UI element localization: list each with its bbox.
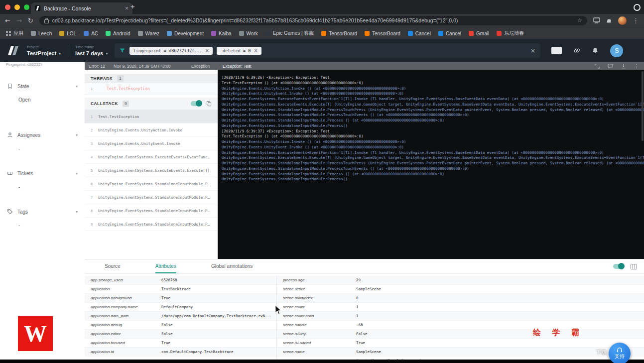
bookmark-item[interactable]: Epic Games | 客服 [265, 30, 314, 37]
callstack-frame[interactable]: 2 UnityEngine.Events.UnityAction.Invoke [85, 123, 218, 137]
state-header[interactable]: State ▾ [0, 83, 85, 89]
bookmark-item[interactable]: TensorBoard [321, 31, 357, 36]
attribute-row[interactable]: scene.active SampleScene [277, 285, 644, 294]
view-card-icon[interactable] [551, 47, 562, 54]
user-avatar[interactable]: S [610, 44, 623, 57]
log-panel[interactable]: [2020/11/9 6:39:26] <Exception>: Excepti… [218, 70, 644, 259]
url-bar[interactable]: cd03.sp.backtrace.io/p/TestProject/debug… [39, 16, 587, 25]
thread-row[interactable]: 1 Test.TestException [85, 83, 218, 95]
bookmark-item[interactable]: AC [84, 31, 98, 36]
project-selector[interactable]: Project TestProject ▾ [27, 45, 61, 56]
assignees-header[interactable]: Assignees ▾ [0, 132, 85, 138]
detail-tab[interactable]: Global annotations [211, 259, 253, 273]
attribute-row[interactable]: application.data_path /data/app/com.Defa… [85, 312, 276, 321]
close-window-button[interactable] [5, 4, 10, 10]
callstack-toggle[interactable] [191, 101, 202, 106]
attribute-row[interactable]: scene.isLoaded True [277, 339, 644, 348]
url-text[interactable]: cd03.sp.backtrace.io/p/TestProject/debug… [52, 17, 574, 23]
detail-tab[interactable]: Attributes [155, 259, 176, 273]
media-control-icon[interactable] [634, 4, 641, 11]
chip-remove-icon[interactable]: × [254, 48, 258, 53]
attributes-toggle[interactable] [613, 264, 624, 269]
timeframe-selector[interactable]: Time frame last 7 days ▾ [75, 45, 108, 56]
bookmark-item[interactable]: Cancel [438, 31, 461, 36]
callstack-frame[interactable]: 9 UnityEngine.EventSystems.StandaloneInp… [85, 218, 218, 231]
back-icon[interactable]: ← [5, 17, 10, 24]
lock-icon[interactable] [44, 19, 49, 23]
bookmark-item[interactable]: Development [167, 31, 204, 36]
bookmark-star-icon[interactable]: ☆ [577, 17, 582, 24]
callstack-frame[interactable]: 4 UnityEngine.EventSystems.ExecuteEvents… [85, 150, 218, 164]
new-tab-button[interactable]: + [130, 2, 135, 10]
expand-icon[interactable] [595, 64, 600, 69]
bookmark-item[interactable]: LOL [59, 31, 76, 36]
attribute-row[interactable]: scene.name SampleScene [277, 348, 644, 357]
filter-bar[interactable]: fingerprint = d86232f32f... × _deleted =… [115, 43, 540, 58]
kebab-menu-icon[interactable]: ⋮ [634, 63, 639, 69]
reload-icon[interactable]: ↻ [28, 17, 33, 24]
callstack-frame[interactable]: 5 UnityEngine.EventSystems.ExecuteEvents… [85, 164, 218, 177]
comment-icon[interactable] [608, 64, 613, 69]
backtrace-logo-icon[interactable] [7, 44, 20, 57]
attribute-row[interactable]: app.storage_used 6528768 [85, 276, 276, 285]
attribute-row[interactable]: application.company.name DefaultCompany [85, 303, 276, 312]
callstack-frame[interactable]: 8 UnityEngine.EventSystems.StandaloneInp… [85, 204, 218, 218]
chip-remove-icon[interactable]: × [205, 48, 209, 53]
filter-chip[interactable]: _deleted = 0 × [217, 47, 261, 55]
attribute-row[interactable]: application.editor False [85, 330, 276, 339]
tags-value[interactable]: - [0, 215, 85, 228]
forward-icon[interactable]: → [16, 17, 22, 24]
attribute-row[interactable]: scene.count 1 [277, 303, 644, 312]
copy-icon[interactable] [206, 101, 212, 107]
filter-clear-icon[interactable]: × [530, 47, 535, 54]
bookmark-item[interactable]: 乐坛博春 [497, 30, 524, 37]
log-scrollbar[interactable] [642, 71, 644, 141]
screen-share-icon[interactable] [593, 17, 600, 23]
minimize-window-button[interactable] [14, 4, 20, 10]
columns-icon[interactable] [631, 264, 637, 269]
state-value[interactable]: Open [0, 89, 85, 103]
browser-profile-avatar[interactable] [618, 16, 627, 25]
extensions-icon[interactable] [606, 17, 612, 23]
tickets-value[interactable]: - [0, 176, 85, 190]
download-icon[interactable] [621, 64, 626, 69]
bookmark-item[interactable]: Android [106, 31, 130, 36]
callstack-frame[interactable]: 6 UnityEngine.EventSystems.StandaloneInp… [85, 177, 218, 191]
bookmark-item[interactable]: Kaiba [211, 31, 232, 36]
attribute-row[interactable]: application.id com.DefaultCompany.TestBa… [85, 348, 276, 357]
bookmark-item[interactable]: TensorBoard [365, 31, 400, 36]
bookmark-item[interactable]: Warez [138, 31, 160, 36]
bookmark-apps[interactable]: 应用 [6, 30, 23, 37]
attribute-row[interactable]: application TestBacktrace [85, 285, 276, 294]
callstack-frame[interactable]: 1 Test.TestException [85, 110, 218, 123]
log-line: UnityEngine.EventSystems.StandaloneInput… [222, 108, 644, 113]
tags-header[interactable]: Tags ▾ [0, 209, 85, 215]
support-button[interactable]: 支持 [609, 343, 631, 363]
link-icon[interactable] [574, 47, 580, 54]
tab-close-icon[interactable]: × [125, 5, 129, 11]
attribute-row[interactable]: application.debug False [85, 321, 276, 330]
attribute-row[interactable]: scene.count.build 1 [277, 312, 644, 321]
threads-header[interactable]: THREADS 1 [85, 74, 218, 83]
attribute-row[interactable]: scene.isDirty False [277, 330, 644, 339]
browser-tab[interactable]: Backtrace - Console × [31, 2, 132, 14]
bell-icon[interactable] [592, 47, 598, 54]
detail-tab[interactable]: Source [105, 259, 121, 273]
bookmark-item[interactable]: Leech [31, 31, 52, 36]
callstack-frame[interactable]: 3 UnityEngine.Events.UnityEvent.Invoke [85, 137, 218, 150]
bookmark-item[interactable]: Work [239, 31, 258, 36]
assignees-value[interactable]: - [0, 138, 85, 151]
callstack-frame[interactable]: 7 UnityEngine.EventSystems.StandaloneInp… [85, 191, 218, 204]
tickets-header[interactable]: Tickets ▾ [0, 170, 85, 176]
bookmark-item[interactable]: Cancel [408, 31, 431, 36]
zoom-window-button[interactable] [24, 4, 29, 10]
attribute-row[interactable]: application.focused True [85, 339, 276, 348]
attribute-row[interactable]: application.background True [85, 294, 276, 303]
attribute-row[interactable]: scene.handle -68 [277, 321, 644, 330]
bookmark-item[interactable]: Gmail [469, 31, 489, 36]
browser-menu-icon[interactable]: ⋮ [633, 17, 639, 24]
attribute-row[interactable]: scene.buildIndex 0 [277, 294, 644, 303]
attribute-row[interactable]: process.age 29 [277, 276, 644, 285]
bookmark-favicon-icon [167, 31, 172, 36]
filter-chip[interactable]: fingerprint = d86232f32f... × [129, 47, 213, 55]
